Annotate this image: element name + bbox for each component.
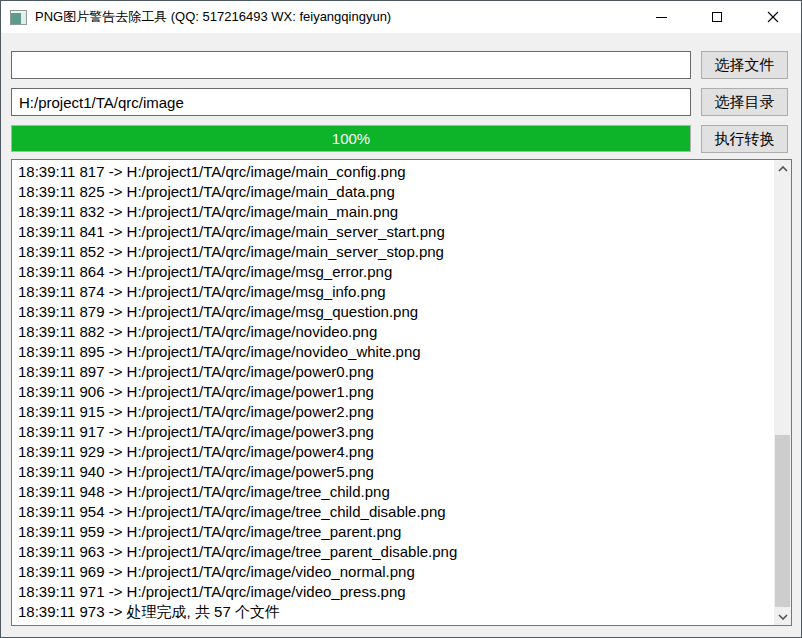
maximize-icon [712,12,722,22]
log-line: 18:39:11 895 -> H:/project1/TA/qrc/image… [18,342,767,362]
minimize-button[interactable] [633,1,689,33]
log-line: 18:39:11 971 -> H:/project1/TA/qrc/image… [18,582,767,602]
chevron-up-icon [778,166,788,172]
execute-convert-button[interactable]: 执行转换 [701,125,788,153]
log-output[interactable]: 18:39:11 817 -> H:/project1/TA/qrc/image… [11,159,792,626]
progress-bar: 100% [11,125,691,152]
log-line: 18:39:11 841 -> H:/project1/TA/qrc/image… [18,222,767,242]
scrollbar-thumb[interactable] [775,435,790,607]
log-line: 18:39:11 948 -> H:/project1/TA/qrc/image… [18,482,767,502]
minimize-icon [656,17,667,18]
close-icon [767,11,779,23]
log-line: 18:39:11 817 -> H:/project1/TA/qrc/image… [18,162,767,182]
log-line: 18:39:11 879 -> H:/project1/TA/qrc/image… [18,302,767,322]
log-line: 18:39:11 969 -> H:/project1/TA/qrc/image… [18,562,767,582]
title-bar: PNG图片警告去除工具 (QQ: 517216493 WX: feiyangqi… [1,1,801,33]
log-line: 18:39:11 897 -> H:/project1/TA/qrc/image… [18,362,767,382]
log-line: 18:39:11 959 -> H:/project1/TA/qrc/image… [18,522,767,542]
log-line: 18:39:11 882 -> H:/project1/TA/qrc/image… [18,322,767,342]
chevron-down-icon [778,614,788,620]
directory-path-input[interactable] [11,88,691,116]
log-line: 18:39:11 929 -> H:/project1/TA/qrc/image… [18,442,767,462]
log-line: 18:39:11 940 -> H:/project1/TA/qrc/image… [18,462,767,482]
log-line: 18:39:11 825 -> H:/project1/TA/qrc/image… [18,182,767,202]
log-line: 18:39:11 973 -> 处理完成, 共 57 个文件 [18,602,767,622]
log-lines: 18:39:11 817 -> H:/project1/TA/qrc/image… [12,160,791,622]
window-controls [633,1,801,33]
file-path-input[interactable] [11,51,691,79]
select-directory-button[interactable]: 选择目录 [701,88,788,116]
scroll-down-button[interactable] [774,608,791,625]
log-line: 18:39:11 954 -> H:/project1/TA/qrc/image… [18,502,767,522]
app-window: PNG图片警告去除工具 (QQ: 517216493 WX: feiyangqi… [0,0,802,638]
progress-label: 100% [12,126,690,151]
log-line: 18:39:11 852 -> H:/project1/TA/qrc/image… [18,242,767,262]
log-line: 18:39:11 906 -> H:/project1/TA/qrc/image… [18,382,767,402]
window-title: PNG图片警告去除工具 (QQ: 517216493 WX: feiyangqi… [35,8,391,26]
select-file-button[interactable]: 选择文件 [701,51,788,79]
scroll-up-button[interactable] [774,160,791,177]
maximize-button[interactable] [689,1,745,33]
app-icon[interactable] [10,10,27,25]
close-button[interactable] [745,1,801,33]
vertical-scrollbar[interactable] [774,160,791,625]
scrollbar-track[interactable] [774,177,791,608]
log-line: 18:39:11 915 -> H:/project1/TA/qrc/image… [18,402,767,422]
log-line: 18:39:11 864 -> H:/project1/TA/qrc/image… [18,262,767,282]
log-line: 18:39:11 832 -> H:/project1/TA/qrc/image… [18,202,767,222]
log-line: 18:39:11 874 -> H:/project1/TA/qrc/image… [18,282,767,302]
log-line: 18:39:11 963 -> H:/project1/TA/qrc/image… [18,542,767,562]
log-line: 18:39:11 917 -> H:/project1/TA/qrc/image… [18,422,767,442]
